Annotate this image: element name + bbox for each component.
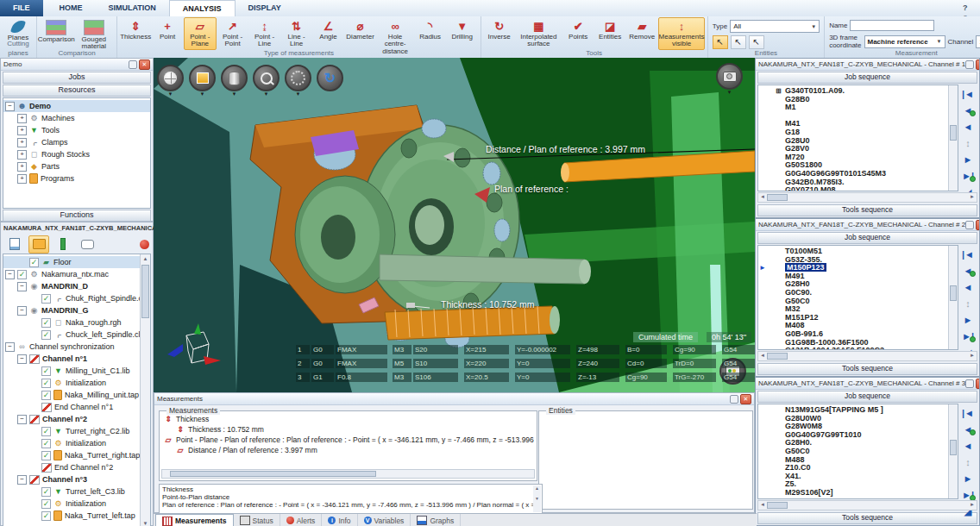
playback-button[interactable]: |◄: [960, 248, 976, 261]
tree-item[interactable]: Tools: [3, 124, 150, 136]
menu-tab[interactable]: ANALYSIS: [169, 0, 236, 16]
tree-item[interactable]: Rough Stocks: [3, 148, 150, 160]
scroll-right-icon[interactable]: ►: [970, 501, 975, 509]
collapse-icon[interactable]: [5, 102, 15, 111]
expand-icon[interactable]: [17, 174, 27, 184]
tool-manager-button[interactable]: [53, 235, 73, 254]
measure-type-button[interactable]: ↗ Point - Point: [217, 17, 248, 50]
job-sequence-header[interactable]: Job sequence: [757, 232, 977, 244]
playback-button[interactable]: ↕: [960, 137, 976, 150]
measure-type-button[interactable]: ▱ Point - Plane: [184, 17, 216, 50]
scrollbar-thumb[interactable]: [767, 194, 788, 201]
scrollbar-thumb[interactable]: [950, 440, 957, 455]
machine-tree-item[interactable]: Chuk_Right_Spindle.clp: [3, 292, 140, 304]
bottom-tab[interactable]: Status: [234, 514, 280, 526]
visibility-checkbox[interactable]: [41, 366, 51, 376]
playback-button[interactable]: ↕: [960, 456, 976, 469]
collapse-icon[interactable]: [5, 342, 15, 352]
code-line[interactable]: ►⊞G0Y0Z10.M08: [758, 186, 958, 191]
visibility-checkbox[interactable]: [41, 499, 51, 509]
close-icon[interactable]: ✕: [740, 394, 751, 404]
scroll-left-icon[interactable]: ◄: [760, 501, 765, 509]
tree-item[interactable]: Programs: [3, 172, 150, 185]
expand-icon[interactable]: [17, 162, 27, 172]
expand-icon[interactable]: ⊞: [776, 87, 782, 96]
playback-button[interactable]: ►: [960, 473, 976, 485]
scroll-right-icon[interactable]: ►: [970, 193, 975, 201]
document-button[interactable]: [4, 235, 25, 254]
code-line[interactable]: ►⊞G84C30.X41.Z-13.F0.8M86: [758, 498, 958, 499]
measure-type-button[interactable]: ↨ Point - Line: [249, 17, 280, 50]
machine-tree-item[interactable]: MANDRIN_G: [3, 304, 140, 316]
vertical-scrollbar[interactable]: [948, 404, 958, 498]
measure-type-button[interactable]: ◝ Radius: [415, 17, 446, 42]
measurement-row[interactable]: Point - Plane - Plan of reference : Plan…: [161, 435, 535, 445]
job-sequence-code[interactable]: ►⊞G340T0101.A09.►⊞G28B0►⊞M1►⊞►⊞M41►⊞G18►…: [757, 85, 958, 191]
tool-button[interactable]: ◪ Entities: [594, 17, 625, 42]
visibility-checkbox[interactable]: [17, 270, 27, 279]
menu-tab[interactable]: HOME: [47, 0, 96, 16]
expand-icon[interactable]: [17, 150, 27, 160]
scroll-right-icon[interactable]: ►: [970, 352, 975, 360]
scrollbar-thumb[interactable]: [767, 502, 788, 509]
visibility-checkbox[interactable]: [41, 439, 51, 448]
tree-item[interactable]: Machines: [3, 112, 150, 124]
playback-button[interactable]: ►: [960, 314, 976, 327]
collapse-icon[interactable]: [5, 270, 15, 279]
visibility-checkbox[interactable]: [41, 427, 51, 436]
machine-tree-item[interactable]: Channel n°3: [3, 473, 140, 485]
visibility-checkbox[interactable]: [41, 294, 51, 304]
bottom-tab[interactable]: Graphs: [411, 514, 461, 526]
pin-icon[interactable]: [965, 221, 974, 229]
machine-tree-item[interactable]: Floor: [3, 256, 140, 268]
pin-icon[interactable]: [965, 379, 974, 388]
selection-cursor-button[interactable]: ↖: [749, 35, 764, 49]
3d-viewport[interactable]: ▼ ▼ ▼ ▼ ▼ ↻ ▼ Distance / Plan of referen…: [154, 58, 755, 392]
scrollbar-thumb[interactable]: [950, 285, 957, 301]
measure-type-button[interactable]: ∠ Angle: [313, 17, 344, 42]
visibility-checkbox[interactable]: [41, 391, 51, 400]
horizontal-scrollbar[interactable]: [161, 469, 535, 479]
bottom-tab[interactable]: Variables: [358, 514, 411, 526]
bottom-tab[interactable]: Info: [322, 514, 357, 526]
pin-icon[interactable]: [965, 60, 974, 69]
scrollbar-thumb[interactable]: [950, 125, 957, 141]
machine-tree-item[interactable]: Initialization: [3, 377, 140, 389]
expand-icon[interactable]: [17, 126, 27, 135]
measurement-row[interactable]: Thickness : 10.752 mm: [161, 424, 535, 435]
tree-root-demo[interactable]: Demo: [3, 100, 150, 112]
vertical-scrollbar[interactable]: [948, 85, 958, 191]
job-sequence-code[interactable]: ►⊞T0100M51►⊞G53Z-355.►⊞M150P123►⊞M491►⊞G…: [757, 245, 958, 350]
channel-select[interactable]: 1▼: [976, 35, 980, 48]
vertical-scrollbar[interactable]: ▲▼: [533, 485, 541, 512]
machine-tree-item[interactable]: Chuck_left_Spindle.clp: [3, 329, 140, 341]
playback-button[interactable]: ↕: [960, 297, 976, 310]
measure-type-button[interactable]: + Point: [152, 17, 183, 42]
scroll-down-icon[interactable]: ▼: [141, 519, 150, 526]
tree-item[interactable]: Parts: [3, 160, 150, 172]
tool-button[interactable]: ↕ Measurements visible: [658, 17, 705, 50]
playback-button[interactable]: ◄: [960, 281, 976, 294]
machine-tree-item[interactable]: Turret_right_C2.lib: [3, 425, 140, 437]
entity-type-select[interactable]: All▼: [730, 20, 820, 33]
selection-mode-button[interactable]: ▼: [285, 65, 311, 97]
chevron-down-icon[interactable]: ▼: [221, 91, 248, 97]
measurement-name-input[interactable]: [850, 20, 934, 31]
horizontal-scrollbar[interactable]: ◄►: [757, 500, 977, 510]
selection-cursor-button[interactable]: ↖: [731, 35, 746, 49]
scrollbar-thumb[interactable]: [767, 353, 788, 360]
playback-button[interactable]: ►: [960, 153, 976, 166]
playback-button[interactable]: ◄: [960, 121, 976, 134]
jobs-section-bar[interactable]: Jobs: [3, 72, 151, 84]
scroll-left-icon[interactable]: ◄: [760, 352, 765, 360]
visibility-checkbox[interactable]: [41, 379, 51, 388]
comparison-button[interactable]: Comparison: [40, 17, 72, 45]
tool-button[interactable]: ↻ Inverse: [484, 17, 515, 42]
selection-cursor-button[interactable]: ↖: [713, 35, 728, 49]
machine-tree-item[interactable]: Channel synchronization: [3, 341, 140, 353]
visibility-checkbox[interactable]: [41, 511, 51, 521]
machine-tree-item[interactable]: Channel n°2: [3, 413, 140, 425]
folder-button[interactable]: [28, 235, 49, 254]
machine-tree-item[interactable]: Milling_Unit_C1.lib: [3, 365, 140, 377]
horizontal-scrollbar[interactable]: ◄►: [757, 192, 977, 203]
